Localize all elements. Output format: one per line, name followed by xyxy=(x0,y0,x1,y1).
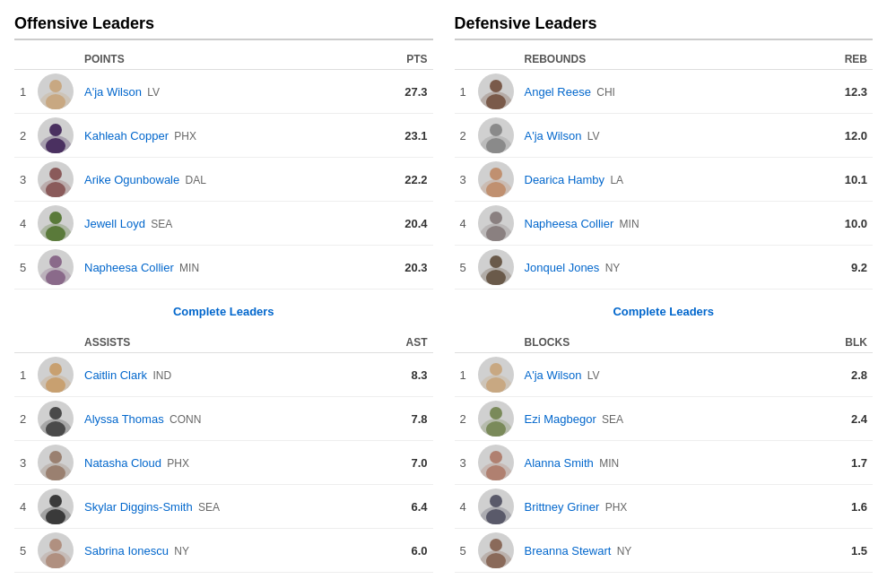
assists-category-header: ASSISTS xyxy=(79,333,388,353)
rank-cell: 3 xyxy=(14,441,32,485)
svg-point-7 xyxy=(49,168,62,180)
svg-point-40 xyxy=(490,212,502,224)
table-row: 5 Sabrina Ionescu NY 6.0 xyxy=(14,529,433,573)
team-abbr: CHI xyxy=(594,86,615,99)
player-name-link[interactable]: A'ja Wilson xyxy=(84,85,142,99)
player-photo xyxy=(38,445,74,480)
svg-point-43 xyxy=(490,255,502,268)
rebounds-category-header: REBOUNDS xyxy=(519,49,829,70)
player-name-link[interactable]: Alanna Smith xyxy=(525,456,594,470)
player-name-link[interactable]: Kahleah Copper xyxy=(84,129,169,143)
player-name-link[interactable]: Alyssa Thomas xyxy=(84,412,164,426)
player-name-cell: Alanna Smith MIN xyxy=(519,441,829,485)
rank-cell: 5 xyxy=(455,246,473,290)
player-photo xyxy=(478,205,514,241)
points-complete-link[interactable]: Complete Leaders xyxy=(173,305,274,318)
player-photo xyxy=(38,249,74,285)
player-photo xyxy=(478,161,514,197)
photo-cell xyxy=(32,529,79,573)
rank-cell: 2 xyxy=(14,114,32,158)
rank-cell: 3 xyxy=(14,158,32,202)
team-abbr: NY xyxy=(602,262,620,274)
player-photo xyxy=(38,117,74,153)
team-abbr: SEA xyxy=(196,501,220,514)
blocks-photo-header xyxy=(473,333,519,353)
player-name-link[interactable]: Natasha Cloud xyxy=(84,456,161,470)
rank-cell: 5 xyxy=(455,529,473,573)
player-name-cell: Kahleah Copper PHX xyxy=(79,114,388,158)
table-row: 2 Kahleah Copper PHX 23.1 xyxy=(14,114,433,158)
rank-cell: 1 xyxy=(455,70,473,114)
player-name-cell: Skylar Diggins-Smith SEA xyxy=(79,485,388,529)
player-name-cell: Arike Ogunbowale DAL xyxy=(79,158,388,202)
player-photo xyxy=(478,445,514,480)
player-name-link[interactable]: Sabrina Ionescu xyxy=(84,544,169,558)
points-category-header: POINTS xyxy=(79,49,388,70)
stat-cell: 23.1 xyxy=(388,114,433,158)
rank-cell: 4 xyxy=(455,485,473,529)
player-name-link[interactable]: Jonquel Jones xyxy=(525,261,600,274)
team-abbr: NY xyxy=(613,545,631,558)
table-row: 3 Natasha Cloud PHX 7.0 xyxy=(14,441,433,485)
rebounds-photo-header xyxy=(473,49,519,70)
table-row: 2 Ezi Magbegor SEA 2.4 xyxy=(455,397,874,441)
svg-point-16 xyxy=(49,363,62,376)
points-rank-header xyxy=(14,49,32,70)
table-row: 5 Napheesa Collier MIN 20.3 xyxy=(14,246,433,290)
table-row: 4 Jewell Loyd SEA 20.4 xyxy=(14,202,433,246)
player-photo xyxy=(478,249,514,285)
stat-cell: 1.6 xyxy=(828,485,873,529)
photo-cell xyxy=(473,246,519,290)
svg-point-19 xyxy=(49,407,62,419)
table-row: 2 Alyssa Thomas CONN 7.8 xyxy=(14,397,433,441)
player-name-link[interactable]: Caitlin Clark xyxy=(84,368,147,382)
photo-cell xyxy=(32,246,79,290)
player-photo xyxy=(478,357,514,393)
svg-point-4 xyxy=(49,124,62,136)
stat-cell: 2.4 xyxy=(828,397,873,441)
rank-cell: 5 xyxy=(14,246,32,290)
player-name-link[interactable]: Dearica Hamby xyxy=(525,173,605,186)
team-abbr: NY xyxy=(171,545,189,558)
player-name-cell: Napheesa Collier MIN xyxy=(79,246,388,290)
svg-point-28 xyxy=(49,539,62,551)
player-photo xyxy=(478,117,514,153)
photo-cell xyxy=(32,158,79,202)
player-name-cell: A'ja Wilson LV xyxy=(79,70,388,114)
player-name-link[interactable]: Skylar Diggins-Smith xyxy=(84,500,193,514)
points-stat-header: PTS xyxy=(388,49,433,70)
rank-cell: 2 xyxy=(455,397,473,441)
table-row: 4 Skylar Diggins-Smith SEA 6.4 xyxy=(14,485,433,529)
rebounds-complete-link[interactable]: Complete Leaders xyxy=(613,305,714,318)
photo-cell xyxy=(32,114,79,158)
player-name-link[interactable]: Napheesa Collier xyxy=(84,261,174,274)
main-container: Offensive Leaders POINTS PTS 1 xyxy=(14,14,873,588)
points-table: POINTS PTS 1 A'ja Wilson LV 27.3 2 xyxy=(14,49,433,290)
photo-cell xyxy=(473,353,519,397)
player-name-link[interactable]: Napheesa Collier xyxy=(525,217,614,230)
player-name-link[interactable]: Ezi Magbegor xyxy=(525,412,596,426)
rank-cell: 2 xyxy=(14,397,32,441)
player-name-link[interactable]: A'ja Wilson xyxy=(525,368,582,382)
stat-cell: 8.3 xyxy=(388,353,433,397)
photo-cell xyxy=(32,485,79,529)
player-photo xyxy=(478,401,514,437)
rebounds-complete-row: Complete Leaders xyxy=(455,295,874,333)
player-name-link[interactable]: Breanna Stewart xyxy=(525,544,612,558)
svg-point-55 xyxy=(490,495,502,507)
team-abbr: IND xyxy=(150,369,171,382)
blocks-rank-header xyxy=(455,333,473,353)
player-name-link[interactable]: Jewell Loyd xyxy=(84,217,145,230)
blocks-complete-row: Complete Leaders xyxy=(455,578,874,588)
rank-cell: 4 xyxy=(14,485,32,529)
stat-cell: 9.2 xyxy=(828,246,873,290)
svg-point-25 xyxy=(49,495,62,507)
photo-cell xyxy=(473,441,519,485)
assists-complete-row: Complete Leaders xyxy=(14,578,433,588)
player-name-link[interactable]: Brittney Griner xyxy=(525,500,600,514)
player-name-link[interactable]: A'ja Wilson xyxy=(525,129,582,143)
table-row: 4 Brittney Griner PHX 1.6 xyxy=(455,485,874,529)
player-name-link[interactable]: Arike Ogunbowale xyxy=(84,173,179,186)
player-name-link[interactable]: Angel Reese xyxy=(525,85,591,99)
photo-cell xyxy=(473,114,519,158)
